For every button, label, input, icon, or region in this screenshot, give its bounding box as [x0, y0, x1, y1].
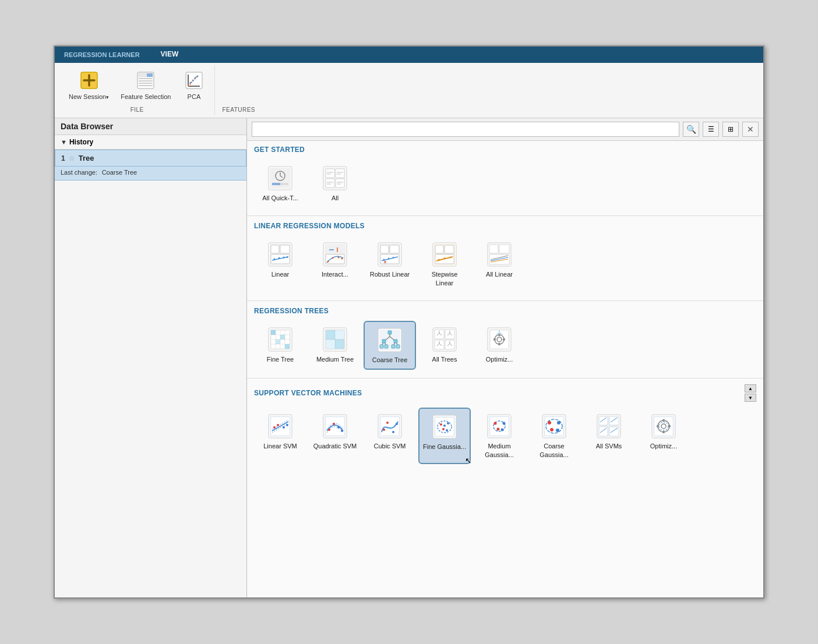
all-linear-label: All Linear: [486, 270, 513, 278]
svm-scroll-down[interactable]: ▼: [745, 394, 756, 402]
close-icon: ✕: [747, 125, 754, 134]
pca-button[interactable]: PCA: [178, 69, 210, 103]
history-header[interactable]: ▼ History: [55, 135, 246, 150]
feature-selection-label: Feature Selection: [121, 93, 171, 101]
stepwise-icon: [431, 241, 458, 268]
model-item-fine-tree[interactable]: Fine Tree: [254, 321, 306, 370]
svg-point-67: [384, 261, 386, 263]
svg-rect-117: [382, 339, 386, 343]
title-bar: REGRESSION LEARNER VIEW: [55, 47, 763, 63]
svg-point-200: [557, 421, 560, 424]
search-bar: 🔍 ☰ ⊞ ✕: [247, 118, 763, 141]
svg-rect-118: [394, 339, 397, 343]
model-item-linear[interactable]: Linear: [254, 236, 306, 292]
svg-point-167: [333, 423, 335, 425]
interactions-label: Interact...: [322, 270, 348, 278]
model-item-optimiz-trees[interactable]: Optimiz...: [473, 321, 526, 370]
svg-rect-80: [499, 245, 509, 253]
svg-rect-220: [668, 426, 671, 427]
model-item-stepwise[interactable]: Stepwise Linear: [418, 236, 471, 292]
model-item-medium-tree[interactable]: Medium Tree: [309, 321, 361, 370]
svg-rect-27: [326, 169, 334, 178]
new-session-label: New Session▾: [69, 93, 109, 101]
svg-rect-146: [499, 334, 500, 336]
svg-point-176: [396, 423, 398, 425]
svg-rect-96: [276, 339, 280, 344]
toolbar: New Session▾: [55, 63, 763, 118]
svg-point-185: [443, 424, 446, 427]
close-button[interactable]: ✕: [742, 122, 759, 137]
quadratic-svm-icon: [322, 413, 348, 440]
svg-point-190: [494, 422, 497, 425]
model-item-all[interactable]: All: [309, 160, 361, 207]
tab-view[interactable]: VIEW: [149, 47, 191, 63]
fine-gaussian-svm-icon: [431, 413, 458, 440]
model-item-quadratic-svm[interactable]: Quadratic SVM: [309, 408, 361, 464]
svg-rect-104: [335, 339, 344, 349]
svg-rect-42: [280, 245, 290, 253]
svg-point-182: [442, 428, 445, 430]
svg-rect-7: [139, 83, 153, 84]
svg-rect-60: [380, 245, 389, 253]
medium-tree-label: Medium Tree: [316, 355, 354, 363]
grid-icon: ⊞: [728, 125, 734, 133]
search-button[interactable]: 🔍: [683, 122, 699, 137]
list-icon: ☰: [708, 125, 714, 133]
svg-rect-148: [493, 339, 496, 341]
all-trees-label: All Trees: [432, 355, 457, 363]
svg-point-162: [286, 424, 288, 426]
svg-point-47: [283, 257, 285, 259]
last-change-value: Coarse Tree: [102, 169, 137, 176]
svg-rect-105: [326, 339, 335, 349]
grid-view-button[interactable]: ⊞: [722, 122, 739, 137]
robust-linear-icon: [376, 241, 403, 268]
history-item-name: Tree: [79, 154, 94, 162]
model-item-coarse-gaussian-svm[interactable]: Coarse Gaussia...: [528, 408, 580, 464]
model-item-all-svms[interactable]: All SVMs: [583, 408, 635, 464]
coarse-tree-icon: [376, 327, 403, 353]
model-item-medium-gaussian-svm[interactable]: Medium Gaussia...: [473, 408, 526, 464]
svg-rect-218: [663, 431, 665, 433]
svg-rect-196: [545, 417, 563, 436]
model-item-optimiz-svms[interactable]: Optimiz...: [637, 408, 690, 464]
fine-gaussian-svm-label: Fine Gaussia...: [423, 443, 466, 451]
svg-point-45: [274, 259, 276, 260]
svg-point-198: [548, 421, 551, 424]
svg-point-193: [501, 429, 504, 431]
svg-rect-70: [435, 245, 443, 253]
medium-gaussian-svm-label: Medium Gaussia...: [477, 442, 521, 459]
svg-point-168: [337, 426, 340, 429]
list-view-button[interactable]: ☰: [703, 122, 719, 137]
svg-rect-30: [336, 179, 344, 187]
svg-rect-165: [326, 417, 344, 436]
svg-rect-121: [392, 345, 395, 348]
svg-rect-217: [663, 419, 665, 422]
model-item-all-quick-train[interactable]: All Quick-T...: [254, 160, 306, 207]
model-item-robust-linear[interactable]: Robust Linear: [364, 236, 416, 292]
model-item-cubic-svm[interactable]: Cubic SVM: [364, 408, 416, 464]
new-session-button[interactable]: New Session▾: [64, 69, 114, 103]
svg-point-174: [386, 422, 389, 424]
model-item-all-trees[interactable]: All Trees: [418, 321, 471, 370]
left-panel: Data Browser ▼ History 1 ☆ Tree Last cha…: [55, 118, 247, 597]
feature-selection-icon: [136, 71, 155, 92]
model-item-interactions[interactable]: Interact...: [309, 236, 361, 292]
all-label: All: [332, 194, 339, 202]
svg-point-166: [328, 429, 330, 431]
svg-rect-120: [385, 345, 388, 348]
toolbar-file-items: New Session▾: [64, 68, 210, 104]
model-item-coarse-tree[interactable]: Coarse Tree: [364, 321, 416, 370]
search-icon: 🔍: [686, 125, 696, 134]
svg-rect-143: [490, 330, 509, 349]
history-item-0[interactable]: 1 ☆ Tree: [55, 150, 246, 167]
divider-3: [247, 378, 763, 378]
svm-scroll-up[interactable]: ▲: [745, 384, 756, 392]
data-browser-title: Data Browser: [55, 118, 246, 135]
feature-selection-button[interactable]: Feature Selection: [116, 69, 175, 103]
svg-rect-103: [326, 330, 335, 339]
model-item-all-linear[interactable]: All Linear: [473, 236, 526, 292]
all-svms-icon: [595, 413, 622, 440]
model-item-fine-gaussian-svm[interactable]: Fine Gaussia... ↖: [418, 408, 471, 464]
model-item-linear-svm[interactable]: Linear SVM: [254, 408, 306, 464]
search-input[interactable]: [252, 122, 679, 137]
